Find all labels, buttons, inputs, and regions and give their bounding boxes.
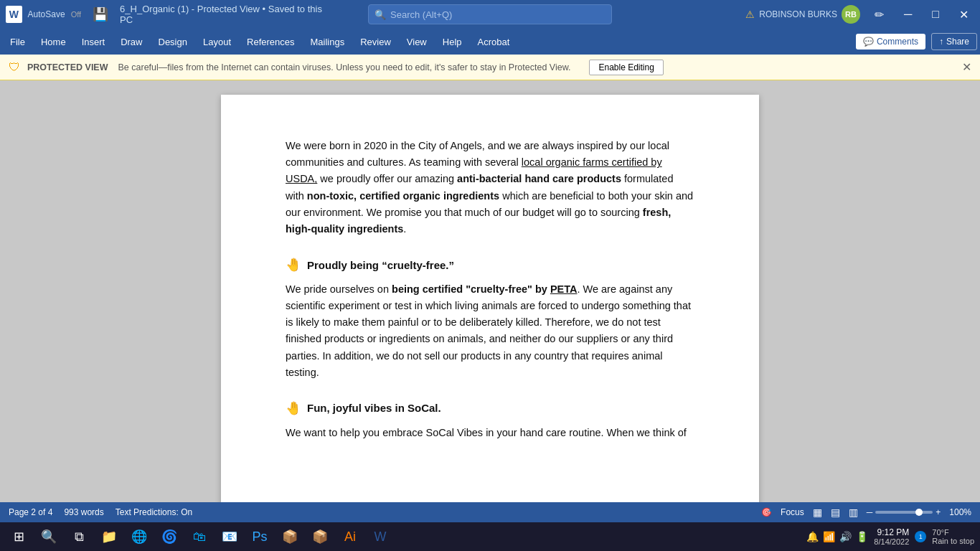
pen-icon[interactable]: ✏ bbox=[869, 5, 890, 24]
start-button[interactable]: ⊞ bbox=[6, 524, 32, 550]
menu-home[interactable]: Home bbox=[34, 34, 73, 50]
search-icon: 🔍 bbox=[374, 9, 386, 20]
menu-insert[interactable]: Insert bbox=[75, 34, 113, 50]
paragraph-cruelty: We pride ourselves on being certified "c… bbox=[286, 281, 694, 381]
hand-icon-2: 🤚 bbox=[286, 398, 301, 419]
system-icons: 🔔 📶 🔊 🔋 bbox=[806, 531, 868, 542]
photoshop-button[interactable]: Ps bbox=[247, 524, 273, 550]
amazon-button[interactable]: 📦 bbox=[307, 524, 333, 550]
taskbar: ⊞ 🔍 ⧉ 📁 🌐 🌀 🛍 📧 Ps 📦 📦 Ai W 🔔 📶 🔊 🔋 9:12… bbox=[0, 522, 980, 551]
illustrator-button[interactable]: Ai bbox=[337, 524, 363, 550]
zoom-out-icon[interactable]: ─ bbox=[867, 507, 873, 517]
view-layout-icon[interactable]: ▤ bbox=[831, 507, 840, 518]
cruelty-peta-link: PETA bbox=[550, 283, 578, 295]
close-button[interactable]: ✕ bbox=[953, 5, 974, 24]
menu-draw[interactable]: Draw bbox=[113, 34, 149, 50]
date-display: 8/14/2022 bbox=[874, 537, 909, 546]
menu-mailings[interactable]: Mailings bbox=[303, 34, 352, 50]
word-icon: W bbox=[6, 6, 22, 23]
search-taskbar-button[interactable]: 🔍 bbox=[36, 524, 62, 550]
time-display: 9:12 PM bbox=[874, 527, 909, 537]
avatar[interactable]: RB bbox=[842, 5, 860, 24]
para1-bold2: non-toxic, certified organic ingredients bbox=[307, 190, 499, 202]
heading-cruelty-free: 🤚 Proudly being “cruelty-free.” bbox=[286, 255, 694, 276]
close-banner-button[interactable]: ✕ bbox=[962, 60, 971, 74]
share-button[interactable]: ↑ Share bbox=[931, 33, 977, 50]
cruelty-bold: being certified "cruelty-free" by bbox=[392, 283, 550, 295]
socal-text: We want to help you embrace SoCal Vibes … bbox=[286, 427, 687, 438]
heading2-text: Fun, joyful vibes in SoCal. bbox=[307, 400, 441, 417]
menu-help[interactable]: Help bbox=[435, 34, 469, 50]
title-bar: W AutoSave Off 💾 6_H_Organic (1) - Prote… bbox=[0, 0, 980, 29]
taskbar-time: 9:12 PM 8/14/2022 bbox=[874, 527, 909, 546]
taskview-button[interactable]: ⧉ bbox=[66, 524, 92, 550]
maximize-button[interactable]: □ bbox=[926, 5, 945, 24]
warning-icon: ⚠ bbox=[745, 9, 755, 20]
menu-references[interactable]: References bbox=[240, 34, 301, 50]
status-bar: Page 2 of 4 993 words Text Predictions: … bbox=[0, 502, 980, 522]
view-read-icon[interactable]: ▥ bbox=[849, 507, 858, 518]
heading-socal: 🤚 Fun, joyful vibes in SoCal. bbox=[286, 398, 694, 419]
edge-button[interactable]: 🌀 bbox=[156, 524, 182, 550]
document-area: We were born in 2020 in the City of Ange… bbox=[0, 80, 980, 502]
weather-widget: 70°F Rain to stop bbox=[932, 528, 974, 545]
dropbox-button[interactable]: 📦 bbox=[277, 524, 303, 550]
menu-file[interactable]: File bbox=[3, 34, 32, 50]
document-page: We were born in 2020 in the City of Ange… bbox=[221, 95, 759, 502]
weather-desc: Rain to stop bbox=[932, 537, 974, 545]
comment-icon: 💬 bbox=[863, 37, 874, 47]
word-taskbar-button[interactable]: W bbox=[367, 524, 393, 550]
user-area: ⚠ ROBINSON BURKS RB bbox=[745, 5, 860, 24]
doc-title: 6_H_Organic (1) - Protected View • Saved… bbox=[120, 4, 325, 25]
chrome-button[interactable]: 🌐 bbox=[126, 524, 152, 550]
protected-view-message: Be careful—files from the Internet can c… bbox=[118, 62, 571, 72]
view-normal-icon[interactable]: ▦ bbox=[813, 507, 822, 518]
store-button[interactable]: 🛍 bbox=[187, 524, 212, 550]
zoom-in-icon[interactable]: + bbox=[936, 507, 941, 517]
page-info: Page 2 of 4 bbox=[9, 507, 52, 517]
word-count: 993 words bbox=[64, 507, 103, 517]
paragraph-socal: We want to help you embrace SoCal Vibes … bbox=[286, 425, 694, 441]
share-icon: ↑ bbox=[939, 37, 943, 47]
notification-badge: 1 bbox=[915, 531, 926, 542]
zoom-slider[interactable] bbox=[875, 511, 933, 514]
focus-icon[interactable]: 🎯 bbox=[761, 507, 772, 517]
menu-bar: File Home Insert Draw Design Layout Refe… bbox=[0, 29, 980, 55]
zoom-control[interactable]: ─ + bbox=[867, 507, 941, 517]
zoom-thumb bbox=[915, 509, 923, 516]
explorer-button[interactable]: 📁 bbox=[96, 524, 122, 550]
shield-icon: 🛡 bbox=[9, 61, 20, 74]
comments-button[interactable]: 💬 Comments bbox=[856, 34, 925, 50]
paragraph-intro: We were born in 2020 in the City of Ange… bbox=[286, 138, 694, 237]
notification-icon[interactable]: 🔔 bbox=[806, 531, 819, 542]
cruelty-text1: We pride ourselves on bbox=[286, 283, 392, 295]
sound-icon[interactable]: 🔊 bbox=[839, 531, 852, 542]
cruelty-text2: . We are against any scientific experime… bbox=[286, 283, 691, 378]
weather-temp: 70°F bbox=[932, 528, 974, 537]
user-name: ROBINSON BURKS bbox=[759, 9, 837, 19]
text-predictions: Text Predictions: On bbox=[116, 507, 192, 517]
network-icon[interactable]: 📶 bbox=[823, 531, 835, 542]
minimize-button[interactable]: ─ bbox=[898, 5, 918, 24]
menu-view[interactable]: View bbox=[400, 34, 434, 50]
para1-bold1: anti-bacterial hand care products bbox=[457, 173, 621, 184]
mail-button[interactable]: 📧 bbox=[217, 524, 242, 550]
protected-view-label: PROTECTED VIEW bbox=[27, 62, 108, 72]
para1-end: . bbox=[403, 223, 406, 235]
autosave-label: AutoSave bbox=[28, 9, 65, 19]
battery-icon[interactable]: 🔋 bbox=[856, 531, 868, 542]
protected-view-banner: 🛡 PROTECTED VIEW Be careful—files from t… bbox=[0, 55, 980, 80]
save-button[interactable]: 💾 bbox=[87, 4, 114, 25]
menu-acrobat[interactable]: Acrobat bbox=[471, 34, 517, 50]
search-box[interactable]: 🔍 Search (Alt+Q) bbox=[368, 4, 612, 24]
enable-editing-button[interactable]: Enable Editing bbox=[589, 60, 663, 75]
menu-design[interactable]: Design bbox=[151, 34, 194, 50]
heading1-text: Proudly being “cruelty-free.” bbox=[307, 257, 454, 274]
menu-layout[interactable]: Layout bbox=[196, 34, 238, 50]
autosave-on-off: Off bbox=[71, 10, 81, 19]
focus-label: Focus bbox=[781, 507, 804, 517]
menu-review[interactable]: Review bbox=[353, 34, 398, 50]
search-placeholder: Search (Alt+Q) bbox=[390, 9, 452, 20]
para1-text2: we proudly offer our amazing bbox=[317, 173, 457, 184]
hand-icon-1: 🤚 bbox=[286, 255, 301, 276]
